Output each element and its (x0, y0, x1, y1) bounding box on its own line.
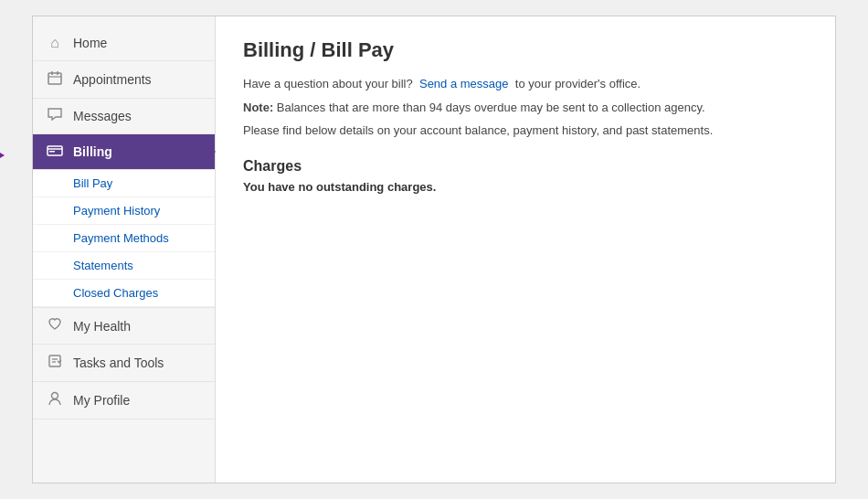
tasks-icon (46, 354, 64, 372)
submenu-item-paymentmethods[interactable]: Payment Methods (33, 225, 215, 252)
sidebar-label-billing: Billing (73, 144, 112, 159)
step-annotation: 4 (0, 146, 5, 165)
sidebar-item-myprofile[interactable]: My Profile (33, 382, 215, 419)
sidebar: Home Appointments (33, 16, 216, 483)
home-icon (46, 35, 64, 51)
info-line-3: Please find below details on your accoun… (243, 122, 808, 140)
billing-submenu: Bill Pay Payment History Payment Methods… (33, 170, 215, 308)
main-content: Billing / Bill Pay Have a question about… (216, 16, 835, 483)
info-line-2: Note: Balances that are more than 94 day… (243, 99, 808, 117)
svg-rect-8 (49, 151, 55, 153)
sidebar-label-appointments: Appointments (73, 72, 152, 87)
info-line-1: Have a question about your bill? Send a … (243, 75, 808, 93)
sidebar-label-messages: Messages (73, 109, 132, 123)
submenu-item-paymenthistory[interactable]: Payment History (33, 197, 215, 225)
messages-icon (46, 108, 64, 124)
charges-text: You have no outstanding charges. (243, 180, 808, 194)
svg-marker-1 (0, 150, 5, 161)
svg-rect-9 (49, 356, 60, 366)
page-container: Home Appointments (32, 16, 836, 483)
sidebar-item-myhealth[interactable]: My Health (33, 308, 215, 345)
charges-section: Charges You have no outstanding charges. (243, 158, 808, 194)
svg-rect-2 (48, 73, 61, 84)
send-message-link[interactable]: Send a message (419, 77, 509, 90)
heart-icon (46, 317, 64, 334)
sidebar-label-tasks: Tasks and Tools (73, 356, 164, 370)
sidebar-label-home: Home (73, 36, 107, 50)
billing-icon (46, 143, 64, 160)
svg-rect-6 (48, 146, 62, 155)
note-text: Balances that are more than 94 days over… (273, 101, 704, 114)
info-line-1-post: to your provider's office. (515, 77, 640, 90)
calendar-icon (46, 70, 64, 89)
profile-icon (46, 391, 64, 409)
sidebar-item-messages[interactable]: Messages (33, 99, 215, 134)
svg-point-12 (52, 393, 58, 399)
sidebar-label-myprofile: My Profile (73, 393, 130, 408)
arrow-icon (0, 146, 5, 165)
sidebar-item-tasks[interactable]: Tasks and Tools (33, 345, 215, 382)
submenu-item-statements[interactable]: Statements (33, 252, 215, 280)
page-title: Billing / Bill Pay (243, 38, 808, 62)
submenu-item-closedcharges[interactable]: Closed Charges (33, 280, 215, 307)
sidebar-item-appointments[interactable]: Appointments (33, 61, 215, 99)
sidebar-item-home[interactable]: Home (33, 26, 215, 61)
sidebar-label-myhealth: My Health (73, 319, 131, 334)
sidebar-item-billing[interactable]: Billing (33, 134, 215, 170)
info-line-1-pre: Have a question about your bill? (243, 77, 413, 90)
note-bold: Note: (243, 101, 273, 114)
charges-title: Charges (243, 158, 808, 175)
submenu-item-billpay[interactable]: Bill Pay (33, 170, 215, 197)
